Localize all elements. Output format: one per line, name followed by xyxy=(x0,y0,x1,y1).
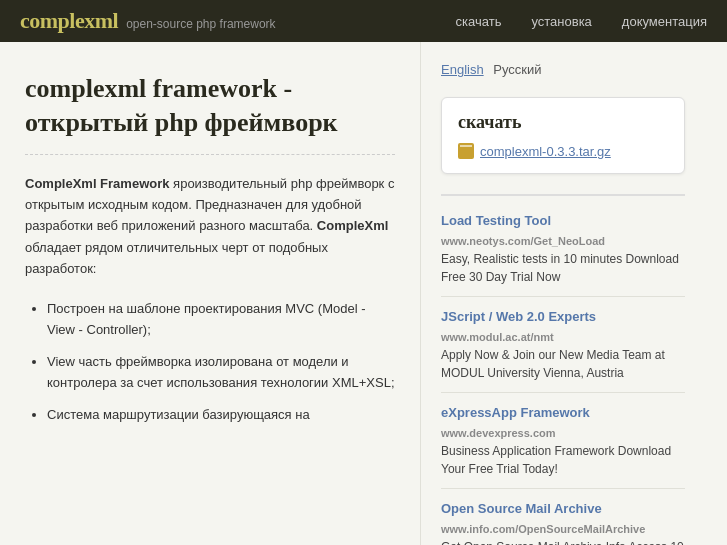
intro-text-2: обладает рядом отличительных черт от под… xyxy=(25,240,328,276)
header: complexml open-source php framework скач… xyxy=(0,0,727,42)
ad-url-1: www.neotys.com/Get_NeoLoad xyxy=(441,235,605,247)
download-title: скачать xyxy=(458,112,668,133)
lang-english[interactable]: English xyxy=(441,62,484,77)
logo-area: complexml open-source php framework xyxy=(20,8,456,34)
ad-block-4: Open Source Mail Archive www.info.com/Op… xyxy=(441,488,685,545)
main-content: complexml framework - открытый php фрейм… xyxy=(0,42,420,545)
intro-paragraph: CompleXml Framework яроизводительный php… xyxy=(25,173,395,280)
ad-url-3: www.devexpress.com xyxy=(441,427,556,439)
intro-bold-1: CompleXml Framework xyxy=(25,176,170,191)
ad-url-2: www.modul.ac.at/nmt xyxy=(441,331,554,343)
language-switcher: English Русский xyxy=(441,62,685,77)
site-logo: complexml xyxy=(20,8,118,34)
download-link-row: complexml-0.3.3.tar.gz xyxy=(458,143,668,159)
ad-block-2: JScript / Web 2.0 Experts www.modul.ac.a… xyxy=(441,296,685,392)
site-tagline: open-source php framework xyxy=(126,17,275,31)
list-item: View часть фреймворка изолирована от мод… xyxy=(47,351,395,394)
ad-desc-4: Get Open Source Mail Archive Info Access… xyxy=(441,538,685,545)
ad-desc-1: Easy, Realistic tests in 10 minutes Down… xyxy=(441,250,685,286)
ad-title-3: eXpressApp Framework www.devexpress.com xyxy=(441,403,685,442)
ad-title-1: Load Testing Tool www.neotys.com/Get_Neo… xyxy=(441,211,685,250)
intro-bold-2: CompleXml xyxy=(313,218,388,233)
download-file-link[interactable]: complexml-0.3.3.tar.gz xyxy=(480,144,611,159)
nav-install[interactable]: установка xyxy=(531,14,591,29)
ad-title-2: JScript / Web 2.0 Experts www.modul.ac.a… xyxy=(441,307,685,346)
file-icon xyxy=(458,143,474,159)
main-nav: скачать установка документация xyxy=(456,14,707,29)
ad-link-3[interactable]: eXpressApp Framework xyxy=(441,405,590,420)
ad-link-4[interactable]: Open Source Mail Archive xyxy=(441,501,602,516)
nav-download[interactable]: скачать xyxy=(456,14,502,29)
ad-link-2[interactable]: JScript / Web 2.0 Experts xyxy=(441,309,596,324)
feature-list: Построен на шаблоне проектирования MVC (… xyxy=(25,298,395,425)
ad-block-3: eXpressApp Framework www.devexpress.com … xyxy=(441,392,685,488)
ad-block-1: Load Testing Tool www.neotys.com/Get_Neo… xyxy=(441,201,685,296)
sidebar: English Русский скачать complexml-0.3.3.… xyxy=(420,42,700,545)
nav-docs[interactable]: документация xyxy=(622,14,707,29)
download-box: скачать complexml-0.3.3.tar.gz xyxy=(441,97,685,174)
ad-desc-3: Business Application Framework Download … xyxy=(441,442,685,478)
ads-container: Load Testing Tool www.neotys.com/Get_Neo… xyxy=(441,194,685,545)
ad-link-1[interactable]: Load Testing Tool xyxy=(441,213,551,228)
list-item: Построен на шаблоне проектирования MVC (… xyxy=(47,298,395,341)
page-title: complexml framework - открытый php фрейм… xyxy=(25,72,395,155)
main-area: complexml framework - открытый php фрейм… xyxy=(0,42,727,545)
ad-desc-2: Apply Now & Join our New Media Team at M… xyxy=(441,346,685,382)
ad-title-4: Open Source Mail Archive www.info.com/Op… xyxy=(441,499,685,538)
ad-url-4: www.info.com/OpenSourceMailArchive xyxy=(441,523,645,535)
list-item: Система маршрутизации базирующаяся на xyxy=(47,404,395,425)
lang-russian: Русский xyxy=(493,62,541,77)
